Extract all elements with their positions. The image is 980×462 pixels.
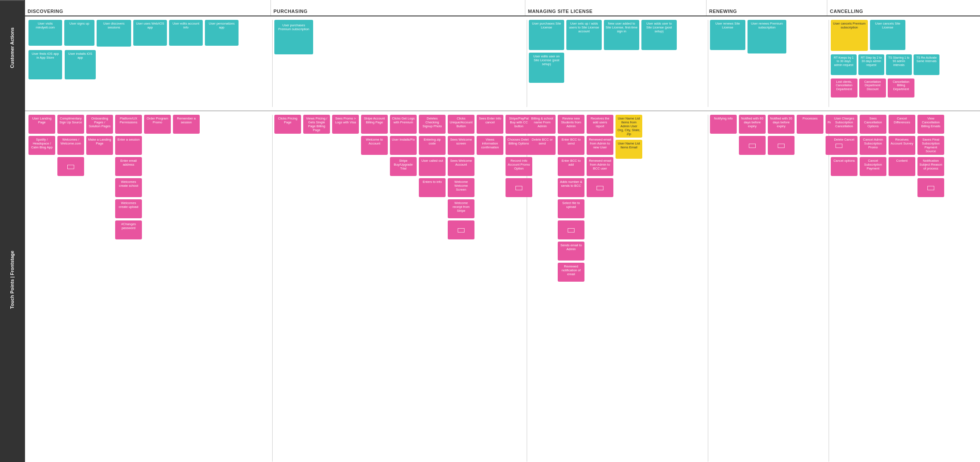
tp-card: Sees Welcome screen [448, 136, 474, 155]
tp-discovering: User Landing Page Spotify / Headspace / … [27, 115, 273, 462]
tp-card: User Installs/Fix [390, 136, 417, 155]
touchpoints-label: Touch Points | Frontstage [0, 95, 24, 462]
tp-col: Receives the add users report Renewed em… [587, 115, 613, 197]
tp-col: User Name List Items from Admin User Org… [616, 115, 642, 159]
phase-headers-row: DISCOVERING PURCHASING MANAGING SITE LIC… [25, 0, 980, 16]
tp-col: View Cancellation Billing Emails Saves F… [917, 115, 944, 197]
ca-card: User adds user to Site License (post set… [641, 20, 677, 50]
tp-card: Welcome receipt from Stripe [448, 199, 474, 218]
tp-card: Cancel Subscription Payment [860, 157, 886, 176]
tp-card: Sees Promo > Logs with Visa [332, 115, 359, 134]
tp-card-email [587, 178, 613, 197]
tp-managing: Billing & school name From Admin Delete … [527, 115, 708, 462]
tp-col: User Charges Subscription Cancellation D… [831, 115, 858, 176]
tp-card: Complimentary Sign Up Source [57, 115, 84, 134]
ca-renewing: User renews Site License User renews Pre… [708, 20, 829, 107]
tp-card: Stripe Buy/Upgrade Trial [390, 157, 417, 176]
ca-card: User finds iOS app in App Store [28, 50, 62, 79]
left-labels: Customer Actions Touch Points | Frontsta… [0, 0, 25, 462]
tp-card: Enter BCC to send [558, 136, 584, 155]
tp-card: Renewed email from Admin to new User [587, 136, 613, 155]
tp-card: Adds number & sends to BCC [558, 178, 584, 197]
customer-actions-row: User visits mindyeti.com User signs up U… [25, 16, 980, 111]
tp-col: Review new Students from Admin Enter BCC… [558, 115, 584, 282]
ca-cancelling: User cancels Premium subscription User c… [829, 20, 967, 107]
tp-col: Notified with 60 days before expiry [739, 115, 766, 155]
tp-card: Enters to info [419, 178, 446, 197]
tp-card: Sends email to Admin [558, 242, 584, 261]
tp-card: Sees Cancellation Options [860, 115, 886, 134]
phase-header-discovering: DISCOVERING [25, 0, 271, 16]
tp-col: Processes [797, 115, 823, 134]
tp-card: Review new Students from Admin [558, 115, 584, 134]
ca-purchasing: User purchases Premium subscription [273, 20, 527, 107]
tp-col: Clicks Pricing Page [274, 115, 301, 134]
tp-card: Delete BCC or send [529, 136, 556, 155]
ca-card: User personalizes app [205, 20, 239, 46]
email-icon [515, 186, 522, 190]
email-icon [749, 144, 756, 148]
tp-card: Welcome Welcome Screen [448, 178, 474, 197]
tp-card: Entering zip code [419, 136, 446, 155]
tp-card-email [57, 157, 84, 176]
ca-card: User edits account info [169, 20, 203, 46]
phase-header-managing: MANAGING SITE LICENSE [525, 0, 707, 16]
tp-col: Clicks Unique/Account Button Sees Welcom… [448, 115, 474, 239]
tp-card: Notified with 30 days before expiry [768, 115, 795, 134]
main-content: DISCOVERING PURCHASING MANAGING SITE LIC… [25, 0, 980, 462]
tp-card: User Charges Subscription Cancellation [831, 115, 858, 134]
email-icon [458, 228, 465, 233]
phase-header-renewing: RENEWING [707, 0, 827, 16]
tp-card: Notification Subject Reason of process [917, 157, 944, 176]
tp-card: Clicks Pricing Page [274, 115, 301, 134]
tp-card: Enter email address [115, 157, 142, 176]
ca-card: User discovers sessions [97, 20, 131, 47]
tp-col: Sees Promo > Logs with Visa [332, 115, 359, 134]
tp-card-email [448, 220, 474, 239]
tp-renewing: Notifying info Notified with 60 days bef… [708, 115, 829, 462]
ca-card: User visits mindyeti.com [28, 20, 62, 46]
ca-card-sm: TS Re-Activate Same Intervals [914, 54, 939, 75]
tp-col: Views Pricing / Gets Single Page Billing… [303, 115, 330, 134]
tp-card: User called out [419, 157, 446, 176]
ca-card-purchasing: User purchases Premium subscription [274, 20, 313, 54]
phase-header-cancelling: CANCELLING [827, 0, 965, 16]
tp-col: Complimentary Sign Up Source Welcomes / … [57, 115, 84, 176]
email-icon [568, 228, 575, 233]
tp-card: Clicks Unique/Account Button [448, 115, 474, 134]
tp-card: Welcomes / Welcome.com [57, 136, 84, 155]
tp-card: Processes [797, 115, 823, 134]
tp-col: Billing & school name From Admin Delete … [529, 115, 556, 155]
tp-col: User Landing Page Spotify / Headspace / … [28, 115, 55, 155]
tp-card: Enter a session [115, 136, 142, 155]
tp-card-email [768, 136, 795, 155]
tp-card: Remember a session [173, 115, 200, 134]
ca-card: User sets up / adds users to Site Licens… [566, 20, 602, 50]
tp-card: Views Pricing / Gets Single Page Billing… [303, 115, 330, 134]
tp-card: Order Program Promo [144, 115, 171, 134]
email-icon [778, 144, 785, 148]
tp-card: Sees Enter Info cancel [477, 115, 503, 134]
tp-col: Stripe Account Billing Page Welcome to A… [361, 115, 388, 155]
tp-card: Make a Landing Page [86, 136, 113, 155]
tp-card: Receives Account Survey [889, 136, 915, 155]
ca-card: User renews Site License [710, 20, 745, 50]
tp-card: Notifying info [710, 115, 737, 134]
customer-actions-label: Customer Actions [0, 0, 24, 95]
tp-card: Cancel Admin Subscription Promo [860, 136, 886, 155]
tp-card: Receives the add users report [587, 115, 613, 134]
main-container: Customer Actions Touch Points | Frontsta… [0, 0, 980, 462]
tp-purchasing: Clicks Pricing Page Views Pricing / Gets… [273, 115, 527, 462]
tp-card: Renewed email from Admin to BCC user [587, 157, 613, 176]
tp-card: Reviewed notification of email [558, 263, 584, 282]
tp-card: #Changes password [115, 220, 142, 239]
tp-cancelling: User Charges Subscription Cancellation D… [829, 115, 967, 462]
ca-card: User signs up [64, 20, 94, 46]
tp-card: Deletes Checking Signup Photo [419, 115, 446, 134]
ca-card-sm: Cancellation Billing Department [888, 79, 914, 97]
ca-card-sm: TS Starring 1 to 90 admin intervals [886, 54, 912, 75]
ca-card-sm: Lost clients, Cancellation Department [831, 79, 858, 97]
tp-card: Saves Final Subscription Payment Source [917, 136, 944, 155]
ca-card: New user added to Site License, first-ti… [604, 20, 639, 50]
ca-card: User renews Premium subscription [748, 20, 786, 53]
